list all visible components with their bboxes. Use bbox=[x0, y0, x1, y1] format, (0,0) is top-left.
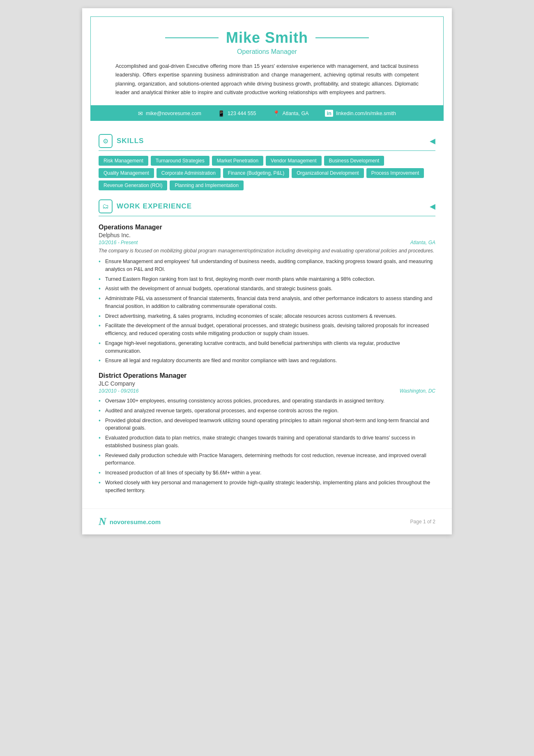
bullet-item: Worked closely with key personal and man… bbox=[99, 479, 435, 495]
company-name: Delphus Inc. bbox=[99, 232, 435, 238]
job-location: Washington, DC bbox=[400, 388, 435, 394]
contact-bar: ✉ mike@novoresume.com 📱 123 444 555 📍 At… bbox=[90, 106, 444, 121]
bullet-item: Administrate P&L via assessment of finan… bbox=[99, 295, 435, 310]
resume-page: Mike Smith Operations Manager Accomplish… bbox=[82, 8, 452, 534]
footer-brand: novoresume.com bbox=[110, 518, 161, 525]
work-section-header: 🗂 WORK EXPERIENCE ◀ bbox=[99, 199, 435, 216]
job-entry: District Operations Manager JLC Company … bbox=[99, 372, 435, 494]
skills-arrow: ◀ bbox=[430, 136, 435, 146]
job-location: Atlanta, GA bbox=[410, 240, 435, 245]
email-icon: ✉ bbox=[138, 110, 143, 117]
contact-email: ✉ mike@novoresume.com bbox=[138, 110, 201, 117]
skill-tag: Risk Management bbox=[99, 156, 148, 166]
skill-tag: Planning and Implementation bbox=[170, 180, 243, 190]
job-description: The company is focused on mobilizing glo… bbox=[99, 247, 435, 254]
header-line-left bbox=[165, 37, 219, 38]
job-dates: 10/2010 - 09/2016 bbox=[99, 388, 138, 394]
header-section: Mike Smith Operations Manager Accomplish… bbox=[90, 16, 444, 106]
bullet-item: Assist with the development of annual bu… bbox=[99, 285, 435, 293]
bullet-item: Audited and analyzed revenue targets, op… bbox=[99, 407, 435, 415]
logo-n-icon: N bbox=[99, 516, 106, 528]
skills-grid: Risk ManagementTurnaround StrategiesMark… bbox=[99, 156, 435, 190]
job-title-text: Operations Manager bbox=[99, 224, 435, 231]
skill-tag: Revenue Generation (ROI) bbox=[99, 180, 167, 190]
skill-tag: Finance (Budgeting, P&L) bbox=[223, 168, 289, 178]
bullet-item: Oversaw 100+ employees, ensuring consist… bbox=[99, 397, 435, 405]
job-meta: 10/2016 - Present Atlanta, GA bbox=[99, 240, 435, 245]
job-title-text: District Operations Manager bbox=[99, 372, 435, 379]
candidate-name: Mike Smith bbox=[226, 29, 308, 46]
bullet-item: Direct advertising, marketing, & sales p… bbox=[99, 312, 435, 320]
bullet-item: Reviewed daily production schedule with … bbox=[99, 452, 435, 467]
skill-tag: Market Penetration bbox=[212, 156, 263, 166]
contact-location: 📍 Atlanta, GA bbox=[273, 110, 309, 117]
skills-title: SKILLS bbox=[117, 137, 144, 145]
page-number: Page 1 of 2 bbox=[410, 519, 435, 525]
job-entry: Operations Manager Delphus Inc. 10/2016 … bbox=[99, 224, 435, 365]
skills-icon: ⚙ bbox=[99, 134, 113, 148]
skill-tag: Organizational Development bbox=[292, 168, 364, 178]
footer-logo: N novoresume.com bbox=[99, 516, 161, 528]
location-icon: 📍 bbox=[273, 110, 280, 117]
work-icon: 🗂 bbox=[99, 199, 113, 213]
bullet-item: Evaluated production data to plan metric… bbox=[99, 434, 435, 450]
bullet-item: Increased production of all lines of spe… bbox=[99, 469, 435, 477]
content-area: ⚙ SKILLS ◀ Risk ManagementTurnaround Str… bbox=[82, 121, 452, 504]
job-dates: 10/2016 - Present bbox=[99, 240, 138, 245]
skill-tag: Quality Management bbox=[99, 168, 154, 178]
linkedin-icon: in bbox=[325, 110, 333, 117]
work-title: WORK EXPERIENCE bbox=[117, 202, 192, 210]
skills-section-header: ⚙ SKILLS ◀ bbox=[99, 134, 435, 151]
candidate-summary: Accomplished and goal-driven Executive o… bbox=[115, 62, 419, 97]
email-text: mike@novoresume.com bbox=[146, 111, 201, 116]
footer: N novoresume.com Page 1 of 2 bbox=[82, 509, 452, 534]
skill-tag: Process Improvement bbox=[366, 168, 424, 178]
bullet-list: Ensure Management and employees' full un… bbox=[99, 258, 435, 365]
phone-text: 123 444 555 bbox=[228, 111, 256, 116]
bullet-item: Provided global direction, and developed… bbox=[99, 417, 435, 432]
job-meta: 10/2010 - 09/2016 Washington, DC bbox=[99, 388, 435, 394]
contact-linkedin: in linkedin.com/in/mike.smith bbox=[325, 110, 396, 117]
contact-phone: 📱 123 444 555 bbox=[218, 110, 256, 117]
bullet-item: Ensure Management and employees' full un… bbox=[99, 258, 435, 273]
skill-tag: Business Development bbox=[324, 156, 384, 166]
linkedin-text: linkedin.com/in/mike.smith bbox=[336, 111, 396, 116]
skill-tag: Corporate Administration bbox=[157, 168, 221, 178]
company-name: JLC Company bbox=[99, 380, 435, 387]
skill-tag: Turnaround Strategies bbox=[151, 156, 209, 166]
bullet-list: Oversaw 100+ employees, ensuring consist… bbox=[99, 397, 435, 494]
work-arrow: ◀ bbox=[430, 202, 435, 211]
candidate-title: Operations Manager bbox=[115, 48, 419, 55]
name-row: Mike Smith bbox=[115, 29, 419, 46]
jobs-container: Operations Manager Delphus Inc. 10/2016 … bbox=[99, 224, 435, 494]
bullet-item: Ensure all legal and regulatory document… bbox=[99, 357, 435, 365]
header-line-right bbox=[315, 37, 369, 38]
bullet-item: Facilitate the development of the annual… bbox=[99, 322, 435, 338]
bullet-item: Engage high-level negotiations, generati… bbox=[99, 340, 435, 355]
location-text: Atlanta, GA bbox=[283, 111, 309, 116]
bullet-item: Turned Eastern Region ranking from last … bbox=[99, 275, 435, 283]
phone-icon: 📱 bbox=[218, 110, 225, 117]
skill-tag: Vendor Management bbox=[266, 156, 321, 166]
